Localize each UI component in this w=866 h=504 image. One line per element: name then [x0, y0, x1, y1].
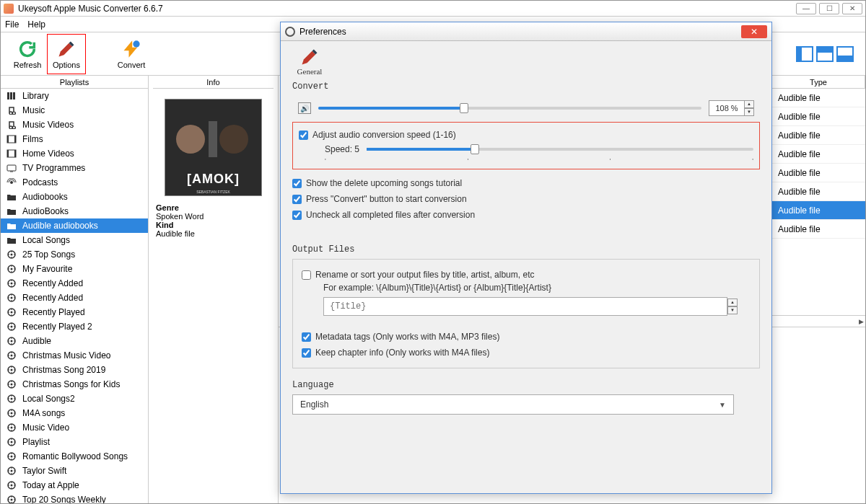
sidebar-item-label: Music — [22, 105, 45, 115]
sidebar-item[interactable]: Christmas Songs for Kids — [1, 377, 148, 392]
sidebar-list[interactable]: LibraryMusicMusic VideosFilmsHome Videos… — [1, 89, 148, 503]
film-icon — [6, 135, 17, 143]
sidebar-item[interactable]: AudioBooks — [1, 204, 148, 218]
folder-icon — [6, 207, 17, 216]
sidebar-item[interactable]: Podcasts — [1, 175, 148, 190]
table-header: Type — [772, 76, 865, 89]
type-cell: Audible file — [772, 149, 865, 159]
sidebar-item[interactable]: 25 Top Songs — [1, 247, 148, 262]
type-cell: Audible file — [772, 112, 865, 122]
sidebar-item[interactable]: Recently Played 2 — [1, 319, 148, 334]
rename-spinner[interactable]: ▲▼ — [727, 299, 738, 314]
svg-point-50 — [11, 340, 13, 342]
svg-point-68 — [11, 384, 13, 386]
volume-spinner[interactable]: ▲▼ — [744, 100, 754, 116]
table-row[interactable]: Audible file — [772, 201, 865, 220]
gear-icon — [6, 293, 17, 302]
rename-label: Rename or sort your output files by titl… — [315, 270, 534, 280]
sidebar-item[interactable]: Top 20 Songs Weekly — [1, 492, 148, 503]
sidebar-item[interactable]: Music Videos — [1, 118, 148, 132]
sidebar-item-label: Playlist — [22, 437, 50, 447]
svg-point-38 — [11, 311, 13, 314]
layout-top-button[interactable] — [816, 46, 834, 62]
sidebar-item[interactable]: Music — [1, 103, 148, 118]
sidebar-item[interactable]: Music Video — [1, 420, 148, 435]
note-icon — [6, 120, 17, 129]
kind-value: Audible file — [156, 229, 271, 238]
refresh-button[interactable]: Refresh — [8, 34, 47, 74]
sidebar-item[interactable]: Local Songs2 — [1, 392, 148, 406]
metadata-tags-checkbox[interactable] — [302, 332, 311, 342]
layout-left-button[interactable] — [796, 46, 813, 62]
svg-point-123 — [219, 125, 248, 154]
table-row[interactable]: Audible file — [772, 89, 865, 107]
sidebar-item[interactable]: Recently Played — [1, 305, 148, 319]
uncheck-completed-checkbox[interactable] — [292, 211, 302, 220]
speed-slider[interactable] — [367, 148, 753, 151]
gear-icon — [6, 308, 17, 317]
sidebar-item[interactable]: Library — [1, 89, 148, 103]
sidebar-item[interactable]: Films — [1, 132, 148, 146]
sidebar-item[interactable]: My Favourite — [1, 262, 148, 276]
sidebar-item[interactable]: Recently Added — [1, 291, 148, 305]
sidebar-item[interactable]: TV Programmes — [1, 161, 148, 175]
convert-button[interactable]: Convert — [112, 34, 151, 74]
volume-slider[interactable] — [318, 107, 701, 110]
type-cell: Audible file — [772, 187, 865, 197]
volume-icon[interactable]: 🔊 — [298, 102, 311, 114]
sidebar-item[interactable]: Romantic Bollywood Songs — [1, 449, 148, 464]
maximize-button[interactable]: ☐ — [819, 3, 839, 14]
table-row[interactable]: Audible file — [772, 145, 865, 164]
sidebar-item[interactable]: Christmas Music Video — [1, 348, 148, 363]
svg-point-80 — [11, 412, 13, 415]
table-row[interactable]: Audible file — [772, 107, 865, 126]
sidebar-item[interactable]: Audible — [1, 334, 148, 348]
rename-checkbox[interactable] — [302, 270, 311, 280]
press-convert-checkbox[interactable] — [292, 195, 302, 204]
type-column-header[interactable]: Type — [772, 76, 865, 88]
scroll-right-icon[interactable]: ▶ — [859, 318, 864, 325]
info-header: Info — [153, 76, 274, 89]
keep-chapter-checkbox[interactable] — [302, 348, 311, 358]
volume-percentage[interactable]: 108 % — [709, 100, 745, 116]
sidebar-item[interactable]: Home Videos — [1, 146, 148, 161]
speed-ticks: '''' — [299, 157, 753, 164]
adjust-speed-checkbox[interactable] — [299, 131, 308, 140]
table-row[interactable]: Audible file — [772, 126, 865, 145]
svg-rect-8 — [7, 150, 9, 157]
minimize-button[interactable]: — — [796, 3, 816, 14]
speed-value-label: Speed: 5 — [325, 144, 359, 154]
note-icon — [6, 106, 17, 115]
preferences-close-button[interactable]: ✕ — [741, 25, 767, 38]
sidebar-item[interactable]: Audiobooks — [1, 190, 148, 204]
rename-pattern-input[interactable] — [323, 297, 727, 316]
sidebar-item-label: Podcasts — [22, 177, 58, 187]
sidebar-item[interactable]: Taylor Swift — [1, 464, 148, 478]
sidebar-item[interactable]: Local Songs — [1, 233, 148, 247]
svg-rect-10 — [7, 165, 16, 171]
table-row[interactable]: Audible file — [772, 220, 865, 239]
sidebar-item[interactable]: Recently Added — [1, 276, 148, 291]
sidebar-item[interactable]: Playlist — [1, 435, 148, 449]
language-select[interactable]: English ▼ — [292, 394, 734, 415]
menu-file[interactable]: File — [5, 19, 19, 30]
show-tutorial-checkbox[interactable] — [292, 179, 302, 188]
sidebar-item[interactable]: Audible audiobooks — [1, 218, 148, 233]
options-button[interactable]: Options — [47, 34, 86, 74]
close-button[interactable]: ✕ — [842, 3, 862, 14]
table-row[interactable]: Audible file — [772, 182, 865, 201]
sidebar-item-label: 25 Top Songs — [22, 249, 75, 260]
volume-row: 🔊 108 % ▲▼ — [292, 96, 760, 120]
svg-point-56 — [11, 355, 13, 357]
sidebar-item[interactable]: Today at Apple — [1, 478, 148, 492]
output-files-group: Rename or sort your output files by titl… — [292, 259, 760, 368]
layout-bottom-button[interactable] — [836, 46, 854, 62]
sidebar-item-label: Christmas Songs for Kids — [22, 379, 120, 389]
sidebar-item-label: Library — [22, 91, 49, 101]
speed-highlight-box: Adjust audio conversion speed (1-16) Spe… — [292, 122, 760, 169]
sidebar-item[interactable]: M4A songs — [1, 406, 148, 420]
table-row[interactable]: Audible file — [772, 164, 865, 182]
sidebar-item[interactable]: Christmas Song 2019 — [1, 363, 148, 377]
menu-help[interactable]: Help — [27, 19, 45, 30]
general-tab[interactable]: General — [292, 47, 327, 76]
